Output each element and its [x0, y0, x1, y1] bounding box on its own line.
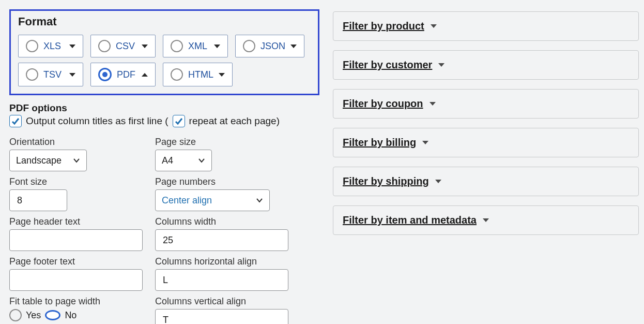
orientation-value: Landscape	[16, 155, 62, 166]
fit-table-yes-label: Yes	[26, 310, 41, 321]
caret-down-icon	[142, 45, 148, 48]
radio-icon	[98, 68, 112, 81]
filter-by-coupon[interactable]: Filter by coupon	[333, 89, 639, 119]
caret-down-icon	[214, 45, 220, 48]
caret-down-icon	[219, 73, 225, 77]
format-option-label: JSON	[260, 41, 285, 52]
caret-down-icon	[438, 63, 444, 67]
pdf-options-heading: PDF options	[9, 102, 319, 114]
filter-title: Filter by item and metadata	[343, 214, 477, 226]
page-numbers-value: Center align	[162, 195, 212, 206]
font-size-label: Font size	[9, 176, 155, 187]
orientation-label: Orientation	[9, 137, 155, 148]
page-header-text-input[interactable]	[9, 229, 143, 251]
chevron-down-icon	[198, 157, 205, 164]
font-size-input[interactable]	[9, 189, 67, 211]
page-footer-text-input[interactable]	[9, 269, 143, 291]
format-option-label: TSV	[43, 69, 64, 80]
radio-icon	[98, 40, 111, 52]
page-numbers-select[interactable]: Center align	[155, 189, 270, 211]
format-heading: Format	[18, 15, 311, 28]
caret-down-icon	[69, 73, 75, 77]
checkbox-repeat-each-page[interactable]	[173, 115, 185, 127]
page-header-text-label: Page header text	[9, 216, 155, 227]
filter-title: Filter by customer	[343, 59, 432, 71]
page-footer-text-label: Page footer text	[9, 256, 155, 267]
caret-down-icon	[483, 218, 489, 222]
filter-title: Filter by billing	[343, 137, 416, 149]
radio-icon	[26, 68, 38, 81]
check-icon	[11, 117, 20, 125]
format-option-csv[interactable]: CSV	[90, 35, 156, 57]
pdf-options: PDF options Output column titles as firs…	[9, 95, 319, 324]
fit-table-label: Fit table to page width	[9, 296, 155, 307]
fit-table-radio-no[interactable]	[45, 310, 60, 320]
radio-icon	[171, 68, 183, 81]
page-numbers-label: Page numbers	[155, 176, 288, 187]
format-option-json[interactable]: JSON	[235, 35, 304, 57]
columns-h-align-value[interactable]	[162, 274, 282, 286]
format-option-xls[interactable]: XLS	[18, 35, 83, 57]
orientation-select[interactable]: Landscape	[9, 150, 87, 171]
format-option-xml[interactable]: XML	[163, 35, 228, 57]
format-option-label: HTML	[188, 69, 213, 80]
filter-title: Filter by coupon	[343, 98, 423, 110]
format-panel: Format XLS CSV XML	[9, 9, 319, 95]
caret-down-icon	[431, 24, 437, 28]
output-titles-text-b: repeat at each page)	[189, 115, 280, 127]
radio-icon	[171, 40, 183, 52]
page-size-value: A4	[162, 155, 173, 166]
radio-icon	[26, 40, 38, 52]
fit-table-radio-yes[interactable]	[9, 309, 22, 321]
filter-by-item-meta[interactable]: Filter by item and metadata	[333, 205, 639, 235]
columns-v-align-value[interactable]	[162, 314, 282, 325]
caret-down-icon	[69, 45, 75, 48]
chevron-down-icon	[256, 197, 263, 204]
columns-width-input[interactable]	[155, 229, 288, 251]
filter-title: Filter by product	[343, 20, 424, 32]
check-icon	[175, 117, 183, 125]
caret-up-icon	[142, 73, 148, 77]
page-size-select[interactable]: A4	[155, 150, 212, 171]
format-option-label: PDF	[117, 69, 136, 80]
columns-h-align-input[interactable]	[155, 269, 288, 291]
chevron-down-icon	[73, 157, 80, 164]
filter-by-shipping[interactable]: Filter by shipping	[333, 167, 639, 196]
columns-width-label: Columns width	[155, 216, 288, 227]
caret-down-icon	[290, 45, 297, 48]
columns-h-align-label: Columns horizontal align	[155, 256, 288, 267]
filter-by-billing[interactable]: Filter by billing	[333, 128, 639, 157]
output-titles-text-a: Output column titles as first line (	[26, 115, 168, 127]
format-option-label: XML	[188, 41, 209, 52]
filter-by-product[interactable]: Filter by product	[333, 11, 639, 41]
format-option-html[interactable]: HTML	[163, 63, 233, 86]
font-size-value[interactable]	[16, 195, 60, 207]
columns-v-align-label: Columns vertical align	[155, 296, 288, 307]
page-size-label: Page size	[155, 137, 288, 148]
filter-title: Filter by shipping	[343, 175, 429, 187]
radio-icon	[243, 40, 255, 52]
format-option-pdf[interactable]: PDF	[90, 63, 156, 86]
page-header-text-value[interactable]	[16, 234, 136, 246]
caret-down-icon	[422, 141, 428, 144]
filter-by-customer[interactable]: Filter by customer	[333, 50, 639, 80]
checkbox-output-titles[interactable]	[9, 115, 22, 127]
format-option-label: XLS	[43, 41, 64, 52]
columns-v-align-input[interactable]	[155, 309, 288, 324]
format-option-label: CSV	[116, 41, 136, 52]
page-footer-text-value[interactable]	[16, 274, 136, 286]
fit-table-no-label: No	[65, 310, 76, 321]
format-option-tsv[interactable]: TSV	[18, 63, 83, 86]
caret-down-icon	[430, 102, 436, 106]
columns-width-value[interactable]	[162, 234, 282, 246]
caret-down-icon	[435, 180, 441, 183]
